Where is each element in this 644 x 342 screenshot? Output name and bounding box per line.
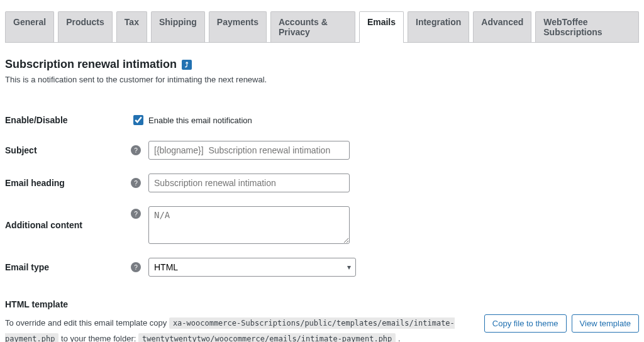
additional-content-label: Additional content [5,206,131,244]
email-type-select[interactable]: HTML [148,258,356,277]
section-title: Subscription renewal intimation ⤴ [5,58,639,71]
help-icon[interactable]: ? [131,145,141,155]
email-type-label: Email type [5,258,131,277]
tab-general[interactable]: General [5,11,54,42]
heading-label: Email heading [5,174,131,192]
tab-products[interactable]: Products [58,11,113,42]
tab-webtoffee-subscriptions[interactable]: WebToffee Subscriptions [535,11,639,42]
enable-label: Enable/Disable [5,113,131,127]
tab-shipping[interactable]: Shipping [151,11,205,42]
copy-file-to-theme-button[interactable]: Copy file to theme [484,314,567,333]
settings-tabs: General Products Tax Shipping Payments A… [5,0,639,43]
help-icon[interactable]: ? [131,178,141,188]
tab-tax[interactable]: Tax [116,11,147,42]
subject-label: Subject [5,141,131,160]
help-icon[interactable]: ? [131,262,141,272]
tab-payments[interactable]: Payments [209,11,267,42]
template-help-text: To override and edit this email template… [5,316,477,342]
email-heading-input[interactable] [148,174,350,192]
section-title-text: Subscription renewal intimation [5,58,177,71]
view-template-button[interactable]: View template [572,314,639,333]
tab-emails[interactable]: Emails [359,11,404,42]
help-icon[interactable]: ? [131,209,141,219]
tab-accounts-privacy[interactable]: Accounts & Privacy [270,11,355,42]
enable-checkbox-label: Enable this email notification [148,116,252,125]
enable-checkbox[interactable] [133,115,143,125]
back-icon[interactable]: ⤴ [182,60,192,70]
tab-integration[interactable]: Integration [408,11,469,42]
additional-content-input[interactable] [148,206,350,244]
section-description: This is a notification sent to the custo… [5,75,639,84]
tab-advanced[interactable]: Advanced [473,11,531,42]
html-template-heading: HTML template [5,299,639,309]
template-dest-path: twentytwentytwo/woocommerce/emails/intim… [138,333,396,342]
subject-input[interactable] [148,141,350,160]
